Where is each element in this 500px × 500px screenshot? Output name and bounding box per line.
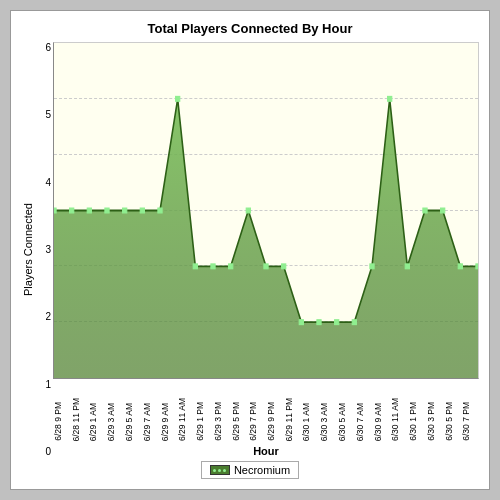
svg-rect-13 [264, 264, 268, 269]
svg-rect-22 [423, 208, 427, 213]
svg-rect-6 [140, 208, 144, 213]
svg-rect-14 [282, 264, 286, 269]
svg-rect-12 [246, 208, 250, 213]
x-axis-label: Hour [53, 445, 479, 457]
svg-marker-0 [54, 99, 478, 378]
svg-rect-15 [299, 320, 303, 325]
svg-rect-19 [370, 264, 374, 269]
x-tick-5: 6/29 7 AM [142, 403, 152, 441]
x-tick-6: 6/29 9 AM [160, 403, 170, 441]
y-tick-4: 4 [39, 177, 51, 188]
svg-rect-5 [123, 208, 127, 213]
x-axis-labels: 6/28 9 PM 6/28 11 PM 6/29 1 AM 6/29 3 AM… [53, 381, 479, 441]
y-tick-1: 1 [39, 379, 51, 390]
plot-area [53, 42, 479, 379]
svg-rect-21 [405, 264, 409, 269]
x-tick-7: 6/29 11 AM [177, 398, 187, 441]
x-tick-23: 6/30 7 PM [461, 402, 471, 441]
svg-rect-7 [158, 208, 162, 213]
x-tick-19: 6/30 11 AM [390, 398, 400, 441]
y-tick-0: 0 [39, 446, 51, 457]
y-axis-label: Players Connected [21, 42, 35, 457]
y-axis-ticks: 0 1 2 3 4 5 6 [37, 42, 53, 457]
y-tick-6: 6 [39, 42, 51, 53]
svg-rect-10 [211, 264, 215, 269]
svg-rect-20 [388, 96, 392, 101]
svg-rect-17 [335, 320, 339, 325]
plot-and-x: 6/28 9 PM 6/28 11 PM 6/29 1 AM 6/29 3 AM… [53, 42, 479, 457]
svg-rect-25 [476, 264, 478, 269]
x-tick-12: 6/29 9 PM [266, 402, 276, 441]
svg-rect-9 [193, 264, 197, 269]
svg-rect-23 [441, 208, 445, 213]
x-tick-2: 6/29 1 AM [88, 403, 98, 441]
x-tick-21: 6/30 3 PM [426, 402, 436, 441]
legend-dot-2 [218, 469, 221, 472]
x-tick-1: 6/28 11 PM [71, 398, 81, 441]
svg-rect-3 [87, 208, 91, 213]
legend-dot-row [213, 469, 226, 472]
x-tick-8: 6/29 1 PM [195, 402, 205, 441]
x-tick-16: 6/30 5 AM [337, 403, 347, 441]
x-tick-15: 6/30 3 AM [319, 403, 329, 441]
x-tick-13: 6/29 11 PM [284, 398, 294, 441]
x-tick-0: 6/28 9 PM [53, 402, 63, 441]
x-tick-9: 6/29 3 PM [213, 402, 223, 441]
legend: Necromium [201, 461, 299, 479]
chart-container: Total Players Connected By Hour Players … [10, 10, 490, 490]
legend-color-box [210, 465, 230, 475]
y-tick-5: 5 [39, 109, 51, 120]
x-tick-14: 6/30 1 AM [301, 403, 311, 441]
x-tick-17: 6/30 7 AM [355, 403, 365, 441]
x-tick-4: 6/29 5 AM [124, 403, 134, 441]
svg-rect-8 [176, 96, 180, 101]
x-tick-3: 6/29 3 AM [106, 403, 116, 441]
legend-dot-3 [223, 469, 226, 472]
legend-dot-1 [213, 469, 216, 472]
svg-rect-4 [105, 208, 109, 213]
legend-label: Necromium [234, 464, 290, 476]
svg-rect-11 [229, 264, 233, 269]
svg-rect-2 [70, 208, 74, 213]
x-tick-18: 6/30 9 AM [373, 403, 383, 441]
x-tick-20: 6/30 1 PM [408, 402, 418, 441]
svg-rect-1 [54, 208, 56, 213]
y-tick-3: 3 [39, 244, 51, 255]
svg-rect-24 [458, 264, 462, 269]
svg-rect-18 [352, 320, 356, 325]
y-tick-2: 2 [39, 311, 51, 322]
x-tick-11: 6/29 7 PM [248, 402, 258, 441]
chart-svg [54, 43, 478, 378]
svg-rect-16 [317, 320, 321, 325]
x-tick-22: 6/30 5 PM [444, 402, 454, 441]
chart-area: Players Connected 0 1 2 3 4 5 6 [21, 42, 479, 457]
x-tick-10: 6/29 5 PM [231, 402, 241, 441]
chart-title: Total Players Connected By Hour [148, 21, 353, 36]
